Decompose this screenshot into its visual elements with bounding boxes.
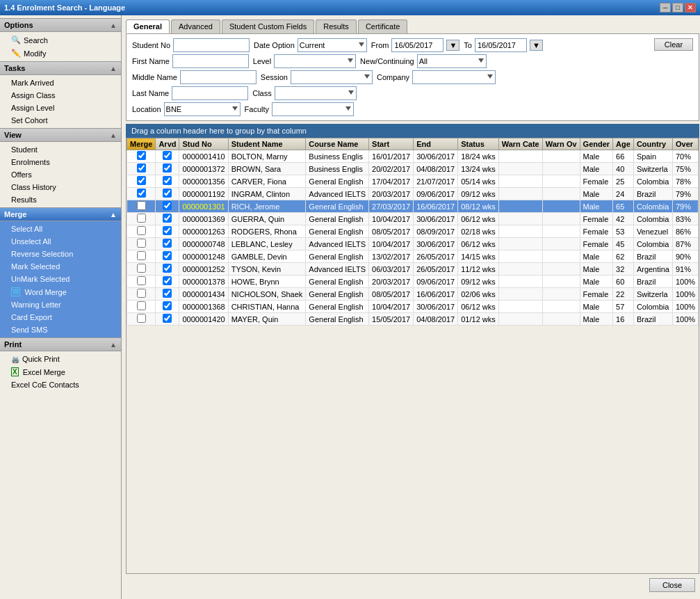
table-row[interactable]: 0000001420MAYER, QuinGeneral English15/0… [127,313,699,326]
sidebar-item-class-history[interactable]: Class History [0,181,121,193]
table-row[interactable]: 0000001248GAMBLE, DevinGeneral English13… [127,250,699,263]
table-row[interactable]: 0000001369GUERRA, QuinGeneral English10/… [127,213,699,225]
arvd-checkbox[interactable] [163,214,172,223]
arvd-checkbox[interactable] [163,226,172,235]
sidebar-item-warning-letter[interactable]: Warning Letter [0,298,121,311]
tab-results[interactable]: Results [316,19,357,33]
arvd-checkbox[interactable] [163,314,172,323]
level-select[interactable] [274,54,356,68]
minimize-button[interactable]: ─ [660,3,671,13]
tab-advanced[interactable]: Advanced [171,19,220,33]
merge-section-header[interactable]: Merge ▲ [0,207,121,221]
arvd-checkbox[interactable] [163,289,172,298]
new-continuing-select[interactable]: All [417,54,487,68]
tab-certificate[interactable]: Certificate [358,19,408,33]
window-controls[interactable]: ─ □ ✕ [660,3,696,13]
sidebar-item-search[interactable]: 🔍 Search [0,33,121,47]
new-continuing-label: New/Continuing [360,57,414,65]
location-select[interactable]: BNE [164,102,241,116]
sidebar-item-modify[interactable]: ✏️ Modify [0,47,121,60]
arvd-checkbox[interactable] [163,239,172,248]
last-name-input[interactable] [172,86,248,100]
from-input[interactable] [391,38,443,52]
table-row[interactable]: 0000001252TYSON, KevinAdvanced IELTS06/0… [127,263,699,275]
table-row[interactable]: 0000001192INGRAM, ClintonAdvanced IELTS2… [127,188,699,200]
table-row[interactable]: 0000001378HOWE, BrynnGeneral English20/0… [127,275,699,288]
merge-checkbox[interactable] [137,289,146,298]
table-row[interactable]: 0000001301RICH, JeromeGeneral English27/… [127,200,699,213]
sidebar-item-unmark-selected[interactable]: UnMark Selected [0,273,121,285]
table-row[interactable]: 0000001434NICHOLSON, ShaekGeneral Englis… [127,288,699,301]
merge-checkbox[interactable] [137,239,146,248]
merge-checkbox[interactable] [137,176,146,185]
arvd-checkbox[interactable] [163,201,172,210]
arvd-checkbox[interactable] [163,251,172,260]
clear-button[interactable]: Clear [654,38,693,51]
class-select[interactable] [275,86,357,100]
middle-name-input[interactable] [180,70,257,84]
merge-checkbox[interactable] [137,314,146,323]
table-container[interactable]: Merge Arvd Stud No Student Name Course N… [126,138,699,574]
to-input[interactable] [475,38,527,52]
company-select[interactable] [412,70,496,84]
form-row-3: Middle Name Session Company [132,70,693,84]
sidebar-item-mark-arrived[interactable]: Mark Arrived [0,77,121,89]
tab-student-custom[interactable]: Student Custom Fields [222,19,314,33]
sidebar-item-select-all[interactable]: Select All [0,223,121,235]
merge-checkbox[interactable] [137,276,146,285]
sidebar-item-student[interactable]: Student [0,143,121,156]
to-dropdown-icon[interactable]: ▼ [530,40,543,51]
sidebar-item-assign-level[interactable]: Assign Level [0,102,121,114]
arvd-checkbox[interactable] [163,276,172,285]
merge-checkbox[interactable] [137,214,146,223]
sidebar-item-excel-merge[interactable]: X Excel Merge [0,365,121,378]
from-dropdown-icon[interactable]: ▼ [446,40,459,51]
session-select[interactable] [291,70,373,84]
merge-checkbox[interactable] [137,201,146,210]
faculty-select[interactable] [272,102,354,116]
sidebar-item-assign-class[interactable]: Assign Class [0,89,121,102]
arvd-checkbox[interactable] [163,189,172,198]
merge-checkbox[interactable] [137,226,146,235]
arvd-checkbox[interactable] [163,264,172,273]
sidebar-item-word-merge[interactable]: W Word Merge [0,285,121,298]
sidebar-item-send-sms[interactable]: Send SMS [0,324,121,336]
options-section-header[interactable]: Options ▲ [0,18,121,32]
merge-checkbox[interactable] [137,264,146,273]
close-button-bottom[interactable]: Close [649,578,695,592]
student-no-input[interactable] [173,38,250,52]
sidebar-item-unselect-all[interactable]: Unselect All [0,235,121,248]
sidebar-item-card-export[interactable]: Card Export [0,311,121,324]
tab-general[interactable]: General [126,19,170,33]
sidebar-item-mark-selected[interactable]: Mark Selected [0,260,121,273]
table-row[interactable]: 0000001356CARVER, FionaGeneral English17… [127,175,699,188]
sidebar-item-set-cohort[interactable]: Set Cohort [0,114,121,127]
close-button[interactable]: ✕ [685,3,696,13]
arvd-checkbox[interactable] [163,163,172,173]
merge-checkbox[interactable] [137,251,146,260]
maximize-button[interactable]: □ [672,3,683,13]
arvd-checkbox[interactable] [163,176,172,185]
merge-checkbox[interactable] [137,151,146,160]
print-section-header[interactable]: Print ▲ [0,337,121,351]
sidebar-item-excel-coe[interactable]: Excel CoE Contacts [0,378,121,391]
sidebar-item-results[interactable]: Results [0,193,121,206]
merge-checkbox[interactable] [137,163,146,173]
view-section-header[interactable]: View ▲ [0,128,121,142]
first-name-input[interactable] [172,54,249,68]
merge-checkbox[interactable] [137,189,146,198]
sidebar-item-enrolments[interactable]: Enrolments [0,156,121,168]
table-row[interactable]: 0000001263RODGERS, RhonaGeneral English0… [127,225,699,238]
sidebar-item-offers[interactable]: Offers [0,168,121,181]
table-row[interactable]: 0000001372BROWN, SaraBusiness Englis20/0… [127,163,699,175]
table-row[interactable]: 0000001368CHRISTIAN, HannaGeneral Englis… [127,301,699,313]
arvd-checkbox[interactable] [163,151,172,160]
tasks-section-header[interactable]: Tasks ▲ [0,61,121,75]
arvd-checkbox[interactable] [163,301,172,310]
merge-checkbox[interactable] [137,301,146,310]
table-row[interactable]: 0000000748LEBLANC, LesleyAdvanced IELTS1… [127,238,699,250]
date-option-select[interactable]: Current [298,38,367,52]
sidebar-item-reverse-selection[interactable]: Reverse Selection [0,248,121,260]
table-row[interactable]: 0000001410BOLTON, MarnyBusiness Englis16… [127,150,699,163]
sidebar-item-quick-print[interactable]: 🖨️ Quick Print [0,353,121,365]
